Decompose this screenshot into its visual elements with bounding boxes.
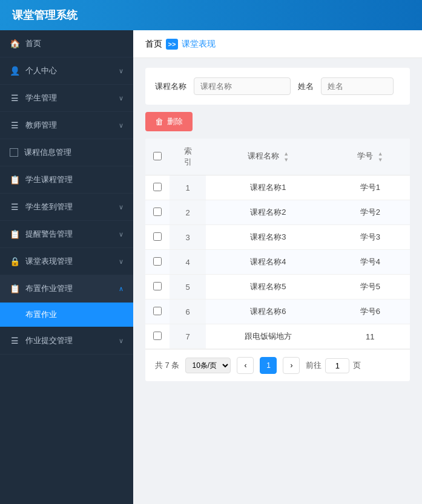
row-checkbox[interactable] — [153, 282, 162, 290]
page-jump-input[interactable] — [325, 358, 349, 373]
sidebar-item-checkin[interactable]: ☰ 学生签到管理 ∨ — [0, 194, 133, 221]
app-title: 课堂管理系统 — [12, 8, 77, 22]
table-row: 7 跟电饭锅地方 11 — [145, 324, 410, 349]
row-checkbox-cell — [145, 250, 170, 275]
row-studentid-cell: 学号2 — [331, 200, 410, 225]
row-index-cell: 2 — [170, 200, 206, 225]
sidebar-item-student-course[interactable]: 📋 学生课程管理 — [0, 166, 133, 194]
sidebar-label-teacher-mgmt: 教师管理 — [25, 120, 57, 131]
student-course-icon: 📋 — [10, 175, 19, 185]
sidebar-item-homework-mgmt[interactable]: 📋 布置作业管理 ∧ — [0, 275, 133, 303]
sidebar-label-classroom-perf: 课堂表现管理 — [25, 256, 73, 267]
table-row: 5 课程名称5 学号5 — [145, 275, 410, 299]
select-all-checkbox[interactable] — [153, 152, 162, 160]
row-checkbox-cell — [145, 299, 170, 324]
table-row: 4 课程名称4 学号4 — [145, 250, 410, 275]
chevron-teacher-mgmt: ∨ — [119, 122, 124, 129]
chevron-personal: ∨ — [119, 67, 124, 75]
main-content: 首页 >> 课堂表现 课程名称 姓名 🗑 — [133, 30, 422, 504]
row-studentid-cell: 学号4 — [331, 250, 410, 275]
course-filter-label: 课程名称 — [155, 81, 186, 92]
row-checkbox-cell — [145, 175, 170, 200]
sidebar-item-teacher-mgmt[interactable]: ☰ 教师管理 ∨ — [0, 112, 133, 139]
sidebar: 🏠 首页 👤 个人中心 ∨ ☰ 学生管理 ∨ ☰ 教师管理 ∨ — [0, 30, 133, 504]
sidebar-label-home: 首页 — [25, 38, 41, 49]
th-course[interactable]: 课程名称 ▲▼ — [206, 139, 331, 175]
reminder-icon: 📋 — [10, 229, 19, 239]
student-mgmt-icon: ☰ — [10, 93, 19, 103]
sidebar-item-student-mgmt[interactable]: ☰ 学生管理 ∨ — [0, 85, 133, 112]
page-size-select[interactable]: 10条/页 20条/页 50条/页 — [185, 358, 231, 373]
chevron-reminder: ∨ — [119, 231, 124, 238]
row-course-cell: 课程名称6 — [206, 299, 331, 324]
row-index-cell: 4 — [170, 250, 206, 275]
sidebar-label-checkin: 学生签到管理 — [25, 201, 73, 212]
sidebar-item-personal[interactable]: 👤 个人中心 ∨ — [0, 57, 133, 85]
row-checkbox[interactable] — [153, 208, 162, 216]
home-icon: 🏠 — [10, 39, 19, 48]
row-checkbox-cell — [145, 275, 170, 299]
sort-course-icon: ▲▼ — [283, 151, 289, 163]
total-count: 共 7 条 — [155, 360, 179, 371]
row-checkbox[interactable] — [153, 307, 162, 315]
table-row: 1 课程名称1 学号1 — [145, 175, 410, 200]
submit-mgmt-icon: ☰ — [10, 336, 19, 345]
row-course-cell: 课程名称4 — [206, 250, 331, 275]
app-header: 课堂管理系统 — [0, 0, 422, 30]
name-filter-input[interactable] — [321, 77, 394, 95]
th-student-id[interactable]: 学号 ▲▼ — [331, 139, 410, 175]
row-studentid-cell: 学号1 — [331, 175, 410, 200]
row-checkbox-cell — [145, 225, 170, 250]
sidebar-item-home[interactable]: 🏠 首页 — [0, 30, 133, 57]
sidebar-label-reminder: 提醒警告管理 — [25, 229, 73, 240]
sidebar-sublabel-assign-homework: 布置作业 — [25, 310, 57, 319]
row-index-cell: 7 — [170, 324, 206, 349]
th-checkbox — [145, 139, 170, 175]
page-1-button[interactable]: 1 — [260, 357, 277, 374]
sidebar-item-reminder[interactable]: 📋 提醒警告管理 ∨ — [0, 221, 133, 248]
svg-text:>>: >> — [168, 41, 176, 48]
table-row: 6 课程名称6 学号6 — [145, 299, 410, 324]
table-row: 2 课程名称2 学号2 — [145, 200, 410, 225]
row-checkbox[interactable] — [153, 183, 162, 191]
sidebar-item-classroom-perf[interactable]: 🔒 课堂表现管理 ∨ — [0, 248, 133, 275]
prev-page-button[interactable]: ‹ — [237, 357, 254, 374]
delete-button[interactable]: 🗑 删除 — [145, 112, 193, 131]
chevron-student-mgmt: ∨ — [119, 94, 124, 102]
course-info-icon — [10, 148, 18, 157]
row-index-cell: 3 — [170, 225, 206, 250]
sidebar-item-submit-mgmt[interactable]: ☰ 作业提交管理 ∨ — [0, 327, 133, 355]
personal-icon: 👤 — [10, 66, 19, 76]
breadcrumb-home[interactable]: 首页 — [145, 39, 162, 50]
classroom-perf-icon: 🔒 — [10, 257, 19, 266]
course-filter-input[interactable] — [194, 77, 291, 95]
row-course-cell: 跟电饭锅地方 — [206, 324, 331, 349]
sidebar-label-student-course: 学生课程管理 — [25, 174, 73, 185]
row-course-cell: 课程名称5 — [206, 275, 331, 299]
homework-mgmt-icon: 📋 — [10, 284, 19, 293]
row-course-cell: 课程名称2 — [206, 200, 331, 225]
breadcrumb: 首页 >> 课堂表现 — [133, 30, 422, 58]
chevron-homework-mgmt: ∧ — [119, 285, 124, 293]
content-area: 课程名称 姓名 🗑 删除 — [133, 58, 422, 504]
sidebar-label-homework-mgmt: 布置作业管理 — [25, 283, 73, 294]
page-jump: 前往 页 — [306, 358, 361, 373]
jump-suffix: 页 — [353, 360, 361, 371]
row-course-cell: 课程名称3 — [206, 225, 331, 250]
sidebar-item-course-info[interactable]: 课程信息管理 — [0, 139, 133, 166]
row-studentid-cell: 学号5 — [331, 275, 410, 299]
row-checkbox-cell — [145, 200, 170, 225]
row-course-cell: 课程名称1 — [206, 175, 331, 200]
sidebar-subitem-assign-homework[interactable]: 布置作业 — [0, 303, 133, 327]
sidebar-label-student-mgmt: 学生管理 — [25, 93, 57, 103]
row-checkbox-cell — [145, 324, 170, 349]
row-checkbox[interactable] — [153, 257, 162, 266]
table-body: 1 课程名称1 学号1 2 课程名称2 学号2 3 课程名称3 学号3 4 课程… — [145, 175, 410, 349]
sidebar-label-course-info: 课程信息管理 — [24, 147, 71, 158]
row-checkbox[interactable] — [153, 232, 162, 241]
row-index-cell: 1 — [170, 175, 206, 200]
pagination-bar: 共 7 条 10条/页 20条/页 50条/页 ‹ 1 › 前往 页 — [145, 349, 410, 381]
row-checkbox[interactable] — [153, 332, 162, 340]
th-index: 索引 — [170, 139, 206, 175]
next-page-button[interactable]: › — [283, 357, 300, 374]
